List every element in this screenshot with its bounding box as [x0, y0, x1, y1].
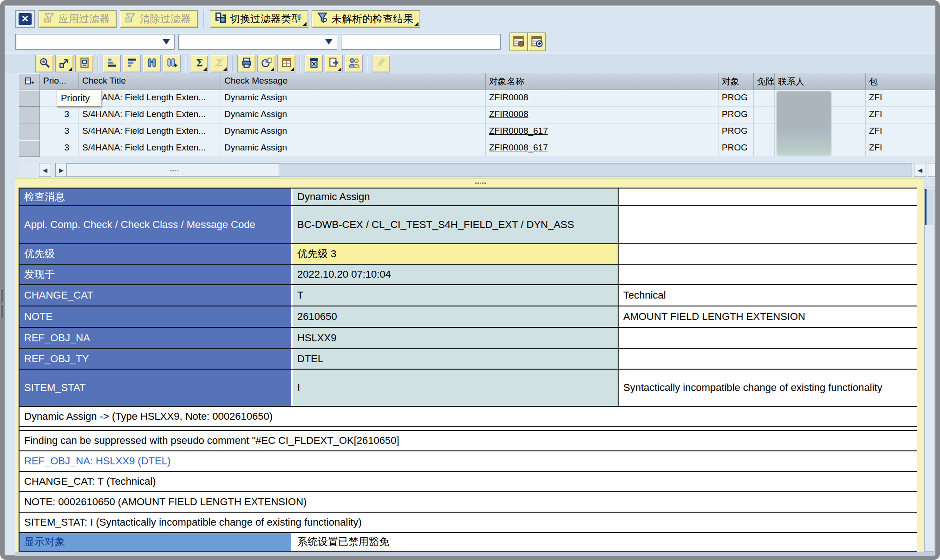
object-type-cell[interactable]: PROG — [718, 90, 754, 107]
prio-cell[interactable]: 3 — [40, 107, 79, 124]
check-message-cell[interactable]: Dynamic Assign — [221, 107, 486, 124]
detail-object-link[interactable]: REF_OBJ_NA: HSLXX9 (DTEL) — [20, 451, 917, 472]
row-select-cell[interactable] — [19, 90, 40, 107]
exemption-button[interactable] — [305, 55, 323, 72]
object-name-link[interactable]: ZFIR0008_617 — [486, 140, 718, 157]
chevron-down-icon — [163, 39, 170, 45]
check-title-cell[interactable]: S/4HANA: Field Length Exten... — [79, 107, 221, 124]
check-title-cell[interactable]: S/4HANA: Field Length Exten... — [79, 140, 221, 157]
vertical-scrollbar-thumb[interactable] — [925, 189, 933, 225]
button-label: 应用过滤器 — [59, 12, 110, 26]
edit-button[interactable] — [372, 55, 390, 72]
contacts-button[interactable] — [345, 55, 363, 72]
object-type-cell[interactable]: PROG — [718, 124, 754, 140]
object-name-link[interactable]: ZFIR0008_617 — [486, 124, 718, 140]
find-next-icon — [166, 57, 178, 70]
display-object-icon — [78, 57, 91, 70]
scroll-edge-button[interactable] — [928, 163, 935, 177]
subtotal-button[interactable]: Σ — [210, 55, 228, 72]
close-button[interactable]: ✕ — [15, 10, 35, 28]
column-header[interactable]: 包 — [866, 73, 935, 90]
object-type-cell[interactable]: PROG — [718, 140, 754, 157]
column-header[interactable]: 对象名称 — [486, 73, 718, 90]
row-select-cell[interactable] — [19, 140, 40, 157]
prio-cell[interactable]: 3 — [40, 124, 79, 140]
package-cell[interactable]: ZFI — [866, 124, 935, 140]
filter-operator-combo[interactable] — [178, 34, 337, 50]
package-cell[interactable]: ZFI — [866, 140, 935, 157]
scroll-left-button[interactable]: ◀ — [39, 163, 51, 177]
print-button[interactable] — [237, 55, 255, 72]
apply-filter-button[interactable]: 应用过滤器 — [39, 10, 117, 28]
menu-corner-icon — [270, 67, 274, 71]
print-icon — [241, 57, 253, 70]
toggle-filter-type-button[interactable]: 切换过滤器类型 — [210, 10, 308, 28]
scroll-left-edge-button[interactable]: ◀ — [914, 163, 926, 177]
filter-value-input[interactable] — [341, 34, 501, 50]
change-layout-button[interactable] — [528, 33, 546, 51]
detail-extra — [619, 328, 917, 348]
column-header[interactable]: 对象 — [718, 73, 754, 90]
find-next-button[interactable] — [163, 55, 181, 72]
package-cell[interactable]: ZFI — [866, 107, 935, 124]
column-header[interactable]: Check Message — [221, 73, 486, 90]
exempt-cell[interactable] — [754, 140, 775, 157]
object-type-cell[interactable]: PROG — [718, 107, 754, 124]
chevron-down-icon — [325, 39, 333, 45]
object-name-link[interactable]: ZFIR0008 — [486, 90, 718, 107]
column-header[interactable]: Check Title — [79, 73, 221, 90]
sum-button[interactable]: Σ — [190, 55, 208, 72]
detail-value: 优先级 3 — [293, 244, 619, 264]
detail-row: 优先级优先级 3 — [20, 244, 917, 265]
detail-label: CHANGE_CAT — [20, 285, 293, 306]
column-header[interactable]: 联系人 — [775, 73, 866, 90]
vertical-scrollbar[interactable] — [924, 188, 934, 552]
views-button[interactable] — [257, 55, 275, 72]
select-all-header[interactable] — [19, 73, 40, 90]
filter-field-combo[interactable] — [15, 34, 175, 50]
unresolved-results-button[interactable]: 未解析的检查结果 — [312, 10, 420, 28]
sash-grip-icon — [475, 182, 487, 185]
check-message-cell[interactable]: Dynamic Assign — [221, 140, 486, 157]
column-header[interactable]: 免除 — [754, 73, 775, 90]
detail-extra — [619, 265, 917, 284]
detail-label: NOTE — [20, 306, 293, 327]
check-message-cell[interactable]: Dynamic Assign — [221, 90, 486, 107]
frame-grip[interactable] — [1, 289, 3, 303]
sort-ascending-button[interactable] — [103, 55, 121, 72]
details-button[interactable] — [35, 55, 53, 72]
scrollbar-thumb[interactable] — [66, 163, 279, 176]
detail-panel: 检查消息Dynamic AssignAppl. Comp. Check / Ch… — [19, 188, 917, 552]
exempt-cell[interactable] — [754, 107, 775, 124]
check-message-cell[interactable]: Dynamic Assign — [221, 124, 486, 140]
navigate-button[interactable] — [55, 55, 73, 72]
object-name-link[interactable]: ZFIR0008 — [486, 107, 718, 124]
row-select-cell[interactable] — [19, 124, 40, 140]
button-label: 未解析的检查结果 — [332, 12, 413, 26]
scrollbar-track[interactable] — [66, 163, 912, 177]
package-cell[interactable]: ZFI — [866, 90, 935, 107]
detail-label: Appl. Comp. Check / Check Class / Messag… — [20, 206, 293, 243]
panel-border-right — [917, 188, 924, 552]
row-select-cell[interactable] — [19, 107, 40, 124]
export-button[interactable] — [325, 55, 343, 72]
find-button[interactable] — [143, 55, 161, 72]
detail-extra — [619, 349, 917, 369]
toolbar-separator — [300, 56, 300, 72]
clear-filter-button[interactable]: 清除过滤器 — [120, 10, 198, 28]
exempt-cell[interactable] — [754, 90, 775, 107]
panel-border-left — [15, 188, 19, 552]
detail-row: Appl. Comp. Check / Check Class / Messag… — [20, 206, 917, 244]
splitter-sash[interactable] — [15, 178, 924, 188]
check-title-cell[interactable]: S/4HANA: Field Length Exten... — [79, 124, 221, 140]
horizontal-scrollbar: ◀ ▶ ◀ — [19, 162, 935, 178]
sort-descending-button[interactable] — [123, 55, 141, 72]
choose-layout-button[interactable] — [277, 55, 295, 72]
menu-corner-icon — [414, 22, 418, 26]
display-object-button[interactable] — [75, 55, 93, 72]
exempt-cell[interactable] — [754, 124, 775, 140]
choose-layout-button[interactable] — [509, 33, 528, 51]
prio-cell[interactable]: 3 — [40, 140, 79, 157]
column-header[interactable]: Prio... — [40, 73, 79, 90]
frame-grip[interactable] — [1, 305, 3, 319]
